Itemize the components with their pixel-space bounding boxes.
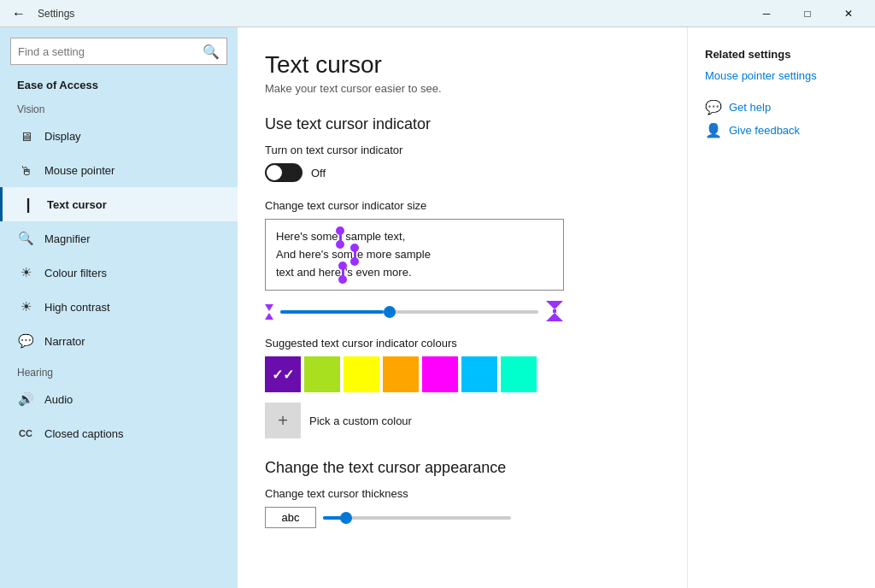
sidebar-top: 🔍 xyxy=(0,27,238,72)
give-feedback-item[interactable]: 👤 Give feedback xyxy=(705,122,858,138)
appearance-section-title: Change the text cursor appearance xyxy=(265,459,660,477)
sidebar-item-label: Audio xyxy=(44,393,73,406)
sidebar-item-text-cursor[interactable]: | Text cursor xyxy=(0,187,238,221)
narrator-icon: 💬 xyxy=(17,332,34,350)
swatch-cyan[interactable] xyxy=(461,356,497,392)
size-slider-thumb[interactable] xyxy=(384,306,396,318)
sidebar-item-narrator[interactable]: 💬 Narrator xyxy=(0,324,238,358)
toggle-switch[interactable] xyxy=(265,163,302,182)
swatch-check: ✓ xyxy=(272,367,283,383)
mouse-pointer-settings-link[interactable]: Mouse pointer settings xyxy=(705,69,858,82)
preview-line-3: text and here's even more. xyxy=(276,264,553,282)
thickness-slider-thumb[interactable] xyxy=(340,512,352,524)
maximize-button[interactable]: □ xyxy=(788,0,827,27)
sidebar-item-label: Colour filters xyxy=(44,267,107,279)
sidebar-item-label: Narrator xyxy=(44,335,85,348)
sidebar-item-label: Mouse pointer xyxy=(44,164,115,177)
section-header-vision: Vision xyxy=(0,95,238,119)
cursor-indicator-2 xyxy=(354,248,356,262)
get-help-item[interactable]: 💬 Get help xyxy=(705,99,858,115)
appearance-section: Change the text cursor appearance Change… xyxy=(265,459,660,528)
sidebar-item-display[interactable]: 🖥 Display xyxy=(0,119,238,153)
sidebar-item-mouse-pointer[interactable]: 🖱 Mouse pointer xyxy=(0,153,238,187)
custom-colour-label: Pick a custom colour xyxy=(309,415,412,427)
thickness-slider-track[interactable] xyxy=(323,516,511,520)
section-header-hearing: Hearing xyxy=(0,358,238,382)
window-controls: ─ □ ✕ xyxy=(747,0,868,27)
search-icon: 🔍 xyxy=(203,44,220,60)
sidebar-item-label: Magnifier xyxy=(44,232,90,245)
page-title: Text cursor xyxy=(265,51,660,79)
give-feedback-label: Give feedback xyxy=(729,124,800,137)
colour-filters-icon: ☀ xyxy=(17,264,34,281)
thickness-row: abc xyxy=(265,507,660,528)
display-icon: 🖥 xyxy=(17,127,34,144)
preview-line-1: Here's some sample text, xyxy=(276,228,553,246)
give-feedback-icon: 👤 xyxy=(705,122,722,138)
get-help-label: Get help xyxy=(729,101,771,114)
search-input[interactable] xyxy=(18,45,197,58)
sidebar-item-colour-filters[interactable]: ☀ Colour filters xyxy=(0,256,238,290)
sidebar: 🔍 Ease of Access Vision 🖥 Display 🖱 Mous… xyxy=(0,27,238,588)
size-slider-track[interactable] xyxy=(280,310,538,314)
right-panel: Related settings Mouse pointer settings … xyxy=(687,27,875,588)
mouse-pointer-icon: 🖱 xyxy=(17,162,34,179)
cursor-indicator-3 xyxy=(342,266,344,279)
swatch-yellow[interactable] xyxy=(344,356,379,392)
hourglass-icon xyxy=(545,301,564,323)
sidebar-item-label: Display xyxy=(44,130,81,143)
content-wrapper: Text cursor Make your text cursor easier… xyxy=(238,27,875,588)
colours-label: Suggested text cursor indicator colours xyxy=(265,337,660,350)
closed-captions-icon: CC xyxy=(17,425,34,442)
custom-colour-row[interactable]: + Pick a custom colour xyxy=(265,403,660,438)
page-subtitle: Make your text cursor easier to see. xyxy=(265,82,660,95)
indicator-section-title: Use text cursor indicator xyxy=(265,115,660,133)
sidebar-item-label: Closed captions xyxy=(44,427,124,440)
toggle-row: Off xyxy=(265,163,660,182)
related-settings-title: Related settings xyxy=(705,48,858,61)
main-content: Text cursor Make your text cursor easier… xyxy=(238,27,687,588)
text-cursor-icon: | xyxy=(20,196,37,213)
back-button[interactable]: ← xyxy=(7,2,31,26)
size-slider-fill xyxy=(280,310,384,314)
sidebar-item-closed-captions[interactable]: CC Closed captions xyxy=(0,416,238,450)
search-box[interactable]: 🔍 xyxy=(10,38,227,65)
preview-line-2: And here's some more sample xyxy=(276,246,553,264)
close-button[interactable]: ✕ xyxy=(829,0,868,27)
swatch-purple[interactable]: ✓ xyxy=(265,356,301,392)
app-title: Settings xyxy=(38,8,740,20)
toggle-field-label: Turn on text cursor indicator xyxy=(265,144,660,156)
thickness-label: Change text cursor thickness xyxy=(265,487,660,500)
toggle-knob xyxy=(267,165,282,180)
help-section: 💬 Get help 👤 Give feedback xyxy=(705,99,858,138)
text-preview-box: Here's some sample text, And here's some… xyxy=(265,219,564,291)
sidebar-item-label: Text cursor xyxy=(47,198,107,211)
hourglass-bottom xyxy=(546,313,563,321)
size-field-label: Change text cursor indicator size xyxy=(265,199,660,212)
swatch-lime[interactable] xyxy=(304,356,340,392)
hourglass-top xyxy=(546,301,563,309)
sidebar-item-high-contrast[interactable]: ☀ High contrast xyxy=(0,290,238,324)
size-slider-row xyxy=(265,301,564,323)
sidebar-item-label: High contrast xyxy=(44,301,110,314)
swatch-teal[interactable] xyxy=(501,356,537,392)
colour-swatches: ✓ xyxy=(265,356,660,392)
custom-plus-button[interactable]: + xyxy=(265,403,301,438)
breadcrumb: Ease of Access xyxy=(0,72,238,95)
abc-preview: abc xyxy=(265,507,316,528)
app-body: 🔍 Ease of Access Vision 🖥 Display 🖱 Mous… xyxy=(0,27,875,588)
get-help-icon: 💬 xyxy=(705,99,722,115)
magnifier-icon: 🔍 xyxy=(17,230,34,247)
minimize-button[interactable]: ─ xyxy=(747,0,786,27)
back-icon: ← xyxy=(12,6,26,21)
sidebar-item-magnifier[interactable]: 🔍 Magnifier xyxy=(0,221,238,256)
sidebar-item-audio[interactable]: 🔊 Audio xyxy=(0,382,238,416)
titlebar: ← Settings ─ □ ✕ xyxy=(0,0,875,27)
cursor-indicator-1 xyxy=(339,231,342,244)
swatch-orange[interactable] xyxy=(383,356,419,392)
high-contrast-icon: ☀ xyxy=(17,298,34,315)
swatch-magenta[interactable] xyxy=(422,356,458,392)
toggle-state-label: Off xyxy=(311,167,326,179)
audio-icon: 🔊 xyxy=(17,391,34,408)
